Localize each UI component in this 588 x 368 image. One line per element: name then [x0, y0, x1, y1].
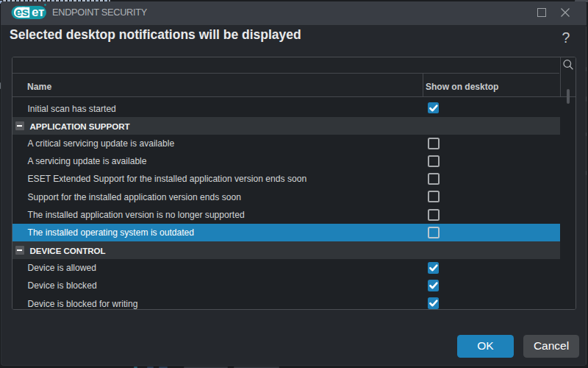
svg-text:eт: eт	[32, 5, 44, 19]
svg-text:es: es	[15, 5, 29, 19]
